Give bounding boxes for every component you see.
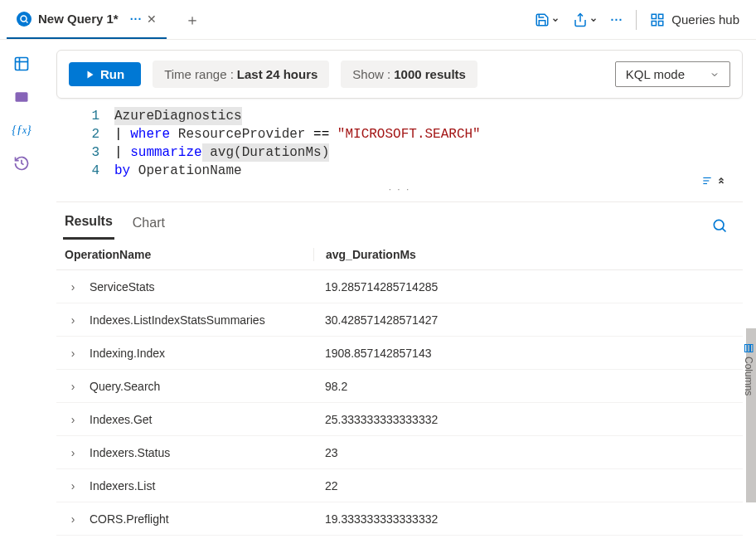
editor-line: 1AzureDiagnostics	[56, 107, 743, 125]
line-number: 1	[56, 107, 114, 125]
expand-row-icon[interactable]: ›	[56, 347, 90, 360]
query-toolbar: Run Time range : Last 24 hours Show : 10…	[56, 50, 743, 99]
line-number: 2	[56, 125, 114, 143]
line-number: 4	[56, 162, 114, 180]
more-actions-button[interactable]: ···	[611, 13, 623, 27]
table-row[interactable]: ›Indexing.Index1908.857142857143	[56, 337, 743, 370]
editor-line: 2| where ResourceProvider == "MICROSOFT.…	[56, 125, 743, 143]
chevron-down-icon	[551, 16, 560, 24]
cell-avg-durationms: 22	[313, 479, 743, 492]
cell-avg-durationms: 23	[313, 446, 743, 459]
queries-hub-icon	[650, 12, 665, 27]
table-row[interactable]: ›CORS.Preflight19.333333333333332	[56, 502, 743, 536]
top-tab-bar: New Query 1* ··· ✕ ＋ ··· Queries hub	[0, 0, 756, 40]
cell-avg-durationms: 30.428571428571427	[313, 313, 743, 327]
cell-operationname: Indexers.List	[90, 479, 313, 492]
cell-avg-durationms: 19.285714285714285	[313, 280, 743, 294]
share-button[interactable]	[573, 12, 598, 27]
svg-rect-4	[659, 21, 663, 25]
cell-operationname: Indexes.Get	[90, 413, 313, 426]
time-range-picker[interactable]: Time range : Last 24 hours	[153, 61, 329, 88]
cell-avg-durationms: 98.2	[313, 380, 743, 393]
results-table: OperationName avg_DurationMs ›ServiceSta…	[56, 240, 743, 558]
table-row[interactable]: ›Indexers.List22	[56, 469, 743, 502]
cell-operationname: ServiceStats	[90, 280, 313, 294]
search-results-button[interactable]	[711, 217, 736, 234]
queries-hub-button[interactable]: Queries hub	[650, 12, 739, 27]
svg-rect-17	[751, 345, 754, 352]
table-row[interactable]: ›Indexes.Get25.333333333333332	[56, 403, 743, 436]
editor-line: 4by OperationName	[56, 162, 743, 180]
query-tab[interactable]: New Query 1* ··· ✕	[7, 1, 167, 39]
svg-rect-2	[652, 14, 657, 18]
table-row[interactable]: ›Query.Search98.2	[56, 370, 743, 403]
expand-panel-button[interactable]	[700, 175, 726, 187]
line-number: 3	[56, 143, 114, 162]
svg-rect-3	[659, 14, 663, 18]
save-button[interactable]	[535, 12, 560, 27]
tab-results[interactable]: Results	[63, 211, 114, 240]
cell-operationname: CORS.Preflight	[90, 512, 313, 526]
cell-avg-durationms: 1908.857142857143	[313, 347, 743, 360]
expand-row-icon[interactable]: ›	[56, 512, 90, 526]
tab-title: New Query 1*	[38, 12, 119, 26]
svg-point-0	[21, 16, 27, 22]
divider	[636, 10, 637, 30]
column-header-operationname[interactable]: OperationName	[56, 248, 313, 261]
history-icon[interactable]	[12, 154, 31, 172]
results-tabs: Results Chart	[56, 202, 743, 240]
cell-operationname: Indexes.ListIndexStatsSummaries	[90, 313, 313, 327]
functions-icon[interactable]: {ƒx}	[12, 121, 31, 139]
chevron-down-icon	[589, 16, 598, 24]
result-limit-picker[interactable]: Show : 1000 results	[341, 61, 477, 88]
tab-chart[interactable]: Chart	[131, 212, 167, 239]
query-editor[interactable]: 1AzureDiagnostics2| where ResourceProvid…	[56, 107, 743, 180]
side-rail: {ƒx}	[0, 40, 43, 558]
close-icon[interactable]: ✕	[147, 12, 157, 26]
table-row[interactable]: ›ServiceStats19.285714285714285	[56, 270, 743, 303]
expand-row-icon[interactable]: ›	[56, 479, 90, 492]
cell-operationname: Indexing.Index	[90, 347, 313, 360]
chevron-down-icon	[710, 70, 720, 80]
mode-select[interactable]: KQL mode	[615, 61, 730, 87]
svg-rect-15	[745, 345, 748, 352]
play-icon	[85, 70, 95, 80]
editor-line: 3| summarize avg(DurationMs)	[56, 143, 743, 162]
column-header-avg-durationms[interactable]: avg_DurationMs	[313, 248, 743, 261]
queries-icon[interactable]	[12, 88, 31, 106]
log-analytics-icon	[17, 12, 32, 27]
svg-point-14	[714, 220, 724, 230]
run-button[interactable]: Run	[69, 62, 141, 86]
expand-row-icon[interactable]: ›	[56, 380, 90, 393]
new-tab-button[interactable]: ＋	[178, 7, 206, 33]
panel-resize-handle[interactable]: · · ·	[56, 180, 743, 198]
svg-rect-9	[16, 92, 28, 102]
svg-rect-6	[16, 58, 28, 70]
expand-row-icon[interactable]: ›	[56, 280, 90, 294]
cell-avg-durationms: 25.333333333333332	[313, 413, 743, 426]
cell-operationname: Indexers.Status	[90, 446, 313, 459]
expand-row-icon[interactable]: ›	[56, 313, 90, 327]
cell-operationname: Query.Search	[90, 380, 313, 393]
columns-icon	[744, 343, 754, 353]
tables-icon[interactable]	[12, 55, 31, 73]
svg-rect-16	[748, 345, 750, 352]
table-row[interactable]: ›Indexes.ListIndexStatsSummaries30.42857…	[56, 303, 743, 337]
svg-marker-10	[88, 70, 94, 78]
table-row[interactable]: ›Indexers.Status23	[56, 436, 743, 469]
svg-rect-5	[652, 21, 657, 25]
tab-more-icon[interactable]: ···	[130, 12, 143, 26]
double-chevron-up-icon	[716, 176, 726, 186]
cell-avg-durationms: 19.333333333333332	[313, 512, 743, 526]
expand-row-icon[interactable]: ›	[56, 413, 90, 426]
columns-panel-toggle[interactable]: Columns	[741, 338, 756, 400]
expand-row-icon[interactable]: ›	[56, 446, 90, 459]
